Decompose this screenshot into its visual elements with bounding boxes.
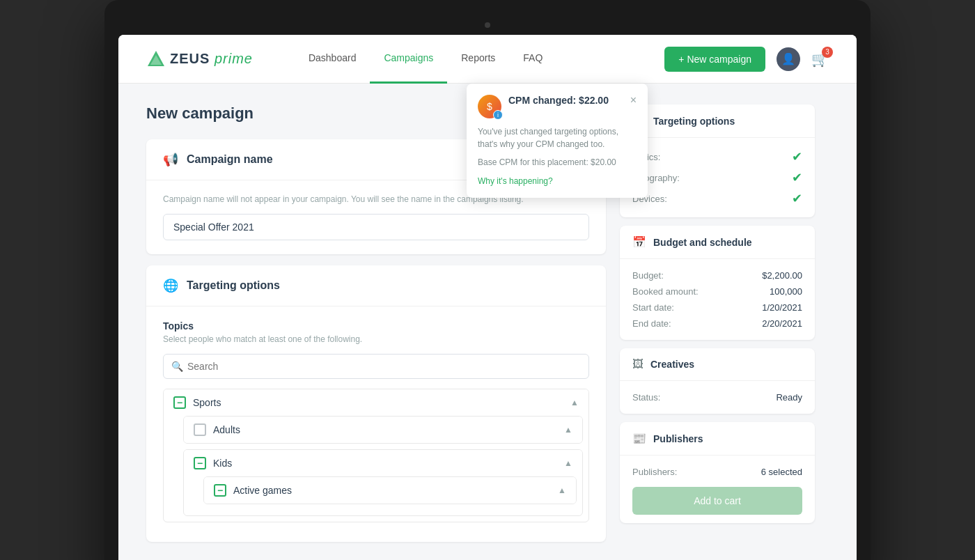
kids-chevron-icon: ▲ <box>564 458 572 468</box>
sidebar-targeting-section: 🌐 Targeting options Topics: ✔ Geography:… <box>620 104 815 217</box>
notification-icon: $ i <box>478 95 501 118</box>
sidebar-status-row: Status: Ready <box>632 389 802 405</box>
campaign-name-title: Campaign name <box>187 153 273 166</box>
sidebar-budget-title: Budget and schedule <box>653 237 752 248</box>
sidebar-targeting-geography-row: Geography: ✔ <box>632 167 802 188</box>
sports-checkbox[interactable]: − <box>173 396 186 409</box>
topic-kids-left: − Kids <box>194 457 232 469</box>
notification-badge: i <box>493 110 503 120</box>
notification-header: $ i CPM changed: $22.00 × <box>478 95 637 118</box>
sidebar-start-label: Start date: <box>632 302 674 313</box>
sidebar-topics-check: ✔ <box>792 149 802 164</box>
topic-sports-row[interactable]: − Sports ▲ <box>164 389 588 416</box>
targeting-options-card: 🌐 Targeting options Topics Select people… <box>146 265 606 542</box>
adults-chevron-icon: ▲ <box>564 425 572 435</box>
sidebar-budget-section: 📅 Budget and schedule Budget: $2,200.00 … <box>620 226 815 340</box>
sports-label: Sports <box>193 397 221 408</box>
campaign-name-input[interactable] <box>163 214 589 240</box>
sidebar-start-value: 1/20/2021 <box>762 302 802 313</box>
search-input[interactable] <box>163 354 589 379</box>
sidebar-budget-value: $2,200.00 <box>762 270 802 281</box>
notification-close-button[interactable]: × <box>630 95 637 106</box>
adults-checkbox[interactable] <box>194 423 206 436</box>
sidebar-creatives-icon: 🖼 <box>632 358 644 371</box>
targeting-options-body: Topics Select people who match at least … <box>146 306 606 542</box>
kids-checkbox[interactable]: − <box>194 457 206 469</box>
sidebar-booked-row: Booked amount: 100,000 <box>632 283 802 300</box>
sidebar-publishers-value: 6 selected <box>761 467 802 477</box>
sidebar-budget-icon: 📅 <box>632 235 646 249</box>
sidebar-budget-row: Budget: $2,200.00 <box>632 267 802 283</box>
sidebar-publishers-row: Publishers: 6 selected <box>632 464 802 480</box>
topic-sports-left: − Sports <box>173 396 221 409</box>
add-to-cart-button[interactable]: Add to cart <box>632 487 802 515</box>
topic-adults-left: Adults <box>194 423 240 436</box>
topic-kids: − Kids ▲ <box>183 449 583 516</box>
topic-kids-row[interactable]: − Kids ▲ <box>184 450 582 476</box>
topic-sports: − Sports ▲ <box>163 389 589 522</box>
sidebar-publishers-icon: 📰 <box>632 432 646 445</box>
sidebar-end-label: End date: <box>632 318 671 329</box>
active-games-label: Active games <box>233 485 292 496</box>
sidebar-booked-label: Booked amount: <box>632 286 699 297</box>
logo: ZEUS prime <box>146 49 253 69</box>
sports-chevron-icon: ▲ <box>570 398 579 407</box>
notification-link[interactable]: Why it's happening? <box>478 176 553 186</box>
active-games-checkbox[interactable]: − <box>214 484 226 497</box>
sidebar-booked-value: 100,000 <box>770 286 802 297</box>
targeting-options-card-header: 🌐 Targeting options <box>146 265 606 306</box>
cart-button[interactable]: 🛒 3 <box>811 51 829 68</box>
sidebar-targeting-header: 🌐 Targeting options <box>620 104 815 138</box>
sidebar-budget-body: Budget: $2,200.00 Booked amount: 100,000… <box>620 259 815 340</box>
sidebar-publishers-body: Publishers: 6 selected Add to cart <box>620 456 815 523</box>
sidebar-publishers-title: Publishers <box>653 433 703 444</box>
topic-active-games: − Active games ▲ <box>203 476 577 504</box>
sidebar-targeting-body: Topics: ✔ Geography: ✔ Devices: ✔ <box>620 138 815 217</box>
targeting-options-title: Targeting options <box>187 279 280 292</box>
sidebar-right: $ i CPM changed: $22.00 × You've just ch… <box>620 104 815 553</box>
nav-faq[interactable]: FAQ <box>509 35 556 84</box>
sidebar-publishers-header: 📰 Publishers <box>620 422 815 456</box>
sidebar-status-label: Status: <box>632 392 660 403</box>
topic-adults-row[interactable]: Adults ▲ <box>184 417 582 443</box>
logo-text: ZEUS prime <box>170 51 253 67</box>
nav-reports[interactable]: Reports <box>447 35 509 84</box>
sidebar-targeting-topics-row: Topics: ✔ <box>632 146 802 167</box>
sidebar-budget-header: 📅 Budget and schedule <box>620 226 815 259</box>
nav-links: Dashboard Campaigns Reports FAQ <box>295 35 664 84</box>
notification-popup: $ i CPM changed: $22.00 × You've just ch… <box>467 84 648 198</box>
sidebar-creatives-header: 🖼 Creatives <box>620 348 815 381</box>
megaphone-icon: 📢 <box>163 152 178 167</box>
search-icon: 🔍 <box>171 361 183 372</box>
sidebar-creatives-title: Creatives <box>650 359 694 370</box>
kids-children: − Active games ▲ <box>184 476 582 515</box>
nav-dashboard[interactable]: Dashboard <box>295 35 370 84</box>
sidebar-budget-label: Budget: <box>632 270 664 281</box>
logo-icon <box>146 49 166 69</box>
sidebar-end-row: End date: 2/20/2021 <box>632 316 802 332</box>
sidebar-status-value: Ready <box>776 392 802 403</box>
user-icon: 👤 <box>781 52 795 65</box>
search-input-wrap: 🔍 <box>163 354 589 379</box>
topic-adults: Adults ▲ <box>183 416 583 444</box>
sports-children: Adults ▲ <box>164 416 588 516</box>
user-avatar-button[interactable]: 👤 <box>777 47 800 71</box>
sidebar-publishers-section: 📰 Publishers Publishers: 6 selected Add … <box>620 422 815 523</box>
sidebar-creatives-body: Status: Ready <box>620 381 815 414</box>
notification-body: You've just changed targeting options, t… <box>478 125 637 150</box>
adults-label: Adults <box>213 424 240 435</box>
active-games-chevron-icon: ▲ <box>558 485 566 495</box>
topic-active-games-row[interactable]: − Active games ▲ <box>204 477 576 504</box>
nav-right: + New campaign 👤 🛒 3 <box>664 47 829 72</box>
topic-active-games-left: − Active games <box>214 484 292 497</box>
sidebar-geography-check: ✔ <box>792 170 802 185</box>
main-content: New campaign 📢 Campaign name Campaign na… <box>118 84 857 560</box>
sidebar-targeting-title: Targeting options <box>653 116 735 127</box>
notification-base-cpm: Base CPM for this placement: $20.00 <box>478 156 637 169</box>
topics-label: Topics <box>163 320 589 332</box>
globe-icon: 🌐 <box>163 278 178 293</box>
navbar: ZEUS prime Dashboard Campaigns Reports F… <box>118 35 857 84</box>
topics-hint: Select people who match at least one of … <box>163 334 589 344</box>
new-campaign-button[interactable]: + New campaign <box>664 47 765 72</box>
nav-campaigns[interactable]: Campaigns <box>370 35 447 84</box>
